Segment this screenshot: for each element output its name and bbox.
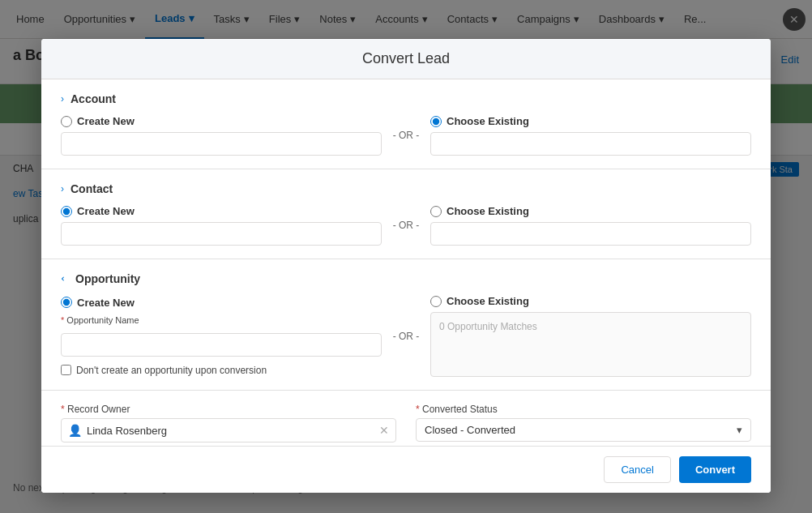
contact-or-label: - OR - (393, 220, 420, 231)
account-toggle-icon[interactable]: › (61, 93, 64, 105)
record-owner-input[interactable]: 👤 Linda Rosenberg ✕ (61, 418, 396, 442)
contact-create-new-input[interactable]: Ms. Aparna Bosu (61, 222, 382, 246)
contact-or-divider: - OR - (382, 220, 430, 231)
opportunity-toggle-icon[interactable]: ⌄ (59, 275, 71, 283)
opportunity-matches-box: 0 Opportunity Matches (430, 312, 751, 377)
record-owner-req-marker: * (61, 404, 67, 415)
account-create-new-label: Create New (77, 115, 135, 127)
contact-create-new-label: Create New (77, 205, 135, 217)
opportunity-section-header: ⌄ Opportunity (61, 272, 751, 285)
contact-choose-existing-input[interactable]: No active duplicate rule (430, 222, 751, 246)
contact-options-row: Create New Ms. Aparna Bosu - OR - Choose… (61, 205, 751, 246)
opportunity-matches-text: 0 Opportunity Matches (439, 321, 537, 332)
person-icon: 👤 (68, 424, 82, 437)
account-section-header: › Account (61, 92, 751, 105)
cancel-button[interactable]: Cancel (604, 456, 670, 483)
bottom-fields-section: * Record Owner 👤 Linda Rosenberg ✕ * Con… (41, 391, 771, 446)
account-left-col: Create New Get Cloudy West (61, 115, 382, 156)
contact-choose-existing-option[interactable]: Choose Existing (430, 205, 751, 217)
opportunity-create-new-option[interactable]: Create New (61, 297, 382, 309)
converted-status-req-marker: * (416, 404, 422, 415)
opportunity-left-col: Create New * Opportunity Name Get Cloudy… (61, 297, 382, 376)
converted-status-value: Closed - Converted (425, 424, 515, 436)
no-opportunity-label: Don't create an opportunity upon convers… (76, 365, 267, 376)
opportunity-options-row: Create New * Opportunity Name Get Cloudy… (61, 295, 751, 377)
contact-section-title: Contact (71, 182, 113, 195)
opportunity-choose-existing-radio[interactable] (430, 296, 442, 307)
no-opportunity-checkbox-row: Don't create an opportunity upon convers… (61, 365, 382, 376)
modal-body: › Account Create New Get Cloudy West - O… (41, 79, 771, 446)
contact-toggle-icon[interactable]: › (61, 183, 64, 195)
opportunity-create-new-radio[interactable] (61, 297, 72, 308)
opportunity-or-label: - OR - (393, 331, 420, 342)
converted-status-field: * Converted Status Closed - Converted ▾ (416, 404, 751, 442)
record-owner-value: Linda Rosenberg (87, 425, 374, 437)
account-create-new-radio[interactable] (61, 116, 72, 127)
account-choose-existing-radio[interactable] (430, 116, 442, 127)
record-owner-label: * Record Owner (61, 404, 396, 415)
contact-create-new-radio[interactable] (61, 206, 72, 217)
modal-footer: Cancel Convert (41, 446, 771, 493)
contact-choose-existing-label: Choose Existing (447, 205, 529, 217)
account-choose-existing-input[interactable]: Get Cloudy West (430, 132, 751, 156)
opportunity-create-new-label: Create New (77, 297, 135, 309)
account-or-divider: - OR - (382, 130, 430, 141)
account-create-new-input[interactable]: Get Cloudy West (61, 132, 382, 156)
modal-title: Convert Lead (362, 50, 450, 66)
convert-button[interactable]: Convert (679, 456, 751, 483)
record-owner-field: * Record Owner 👤 Linda Rosenberg ✕ (61, 404, 396, 442)
contact-left-col: Create New Ms. Aparna Bosu (61, 205, 382, 246)
account-right-col: Choose Existing Get Cloudy West (430, 115, 751, 156)
opportunity-name-input[interactable]: Get Cloudy West - 50 Custom Stratus Snea (61, 333, 382, 357)
contact-create-new-option[interactable]: Create New (61, 205, 382, 217)
opp-name-text: Opportunity Name (66, 315, 139, 325)
opportunity-section: ⌄ Opportunity Create New * Opportunity N… (41, 259, 771, 391)
modal-overlay: Convert Lead › Account Create New Get Cl… (0, 0, 812, 513)
account-choose-existing-label: Choose Existing (447, 115, 529, 127)
account-or-label: - OR - (393, 130, 420, 141)
converted-status-label-text: Converted Status (422, 404, 498, 415)
account-section-title: Account (71, 92, 116, 105)
opportunity-choose-existing-option[interactable]: Choose Existing (430, 295, 751, 307)
opportunity-choose-existing-label: Choose Existing (447, 295, 529, 307)
opportunity-or-divider: - OR - (382, 331, 430, 342)
converted-status-select[interactable]: Closed - Converted ▾ (416, 418, 751, 442)
opportunity-fields: * Opportunity Name Get Cloudy West - 50 … (61, 315, 382, 376)
no-opportunity-checkbox[interactable] (61, 365, 71, 375)
account-choose-existing-option[interactable]: Choose Existing (430, 115, 751, 127)
chevron-down-icon: ▾ (737, 424, 742, 436)
account-options-row: Create New Get Cloudy West - OR - Choose… (61, 115, 751, 156)
modal-header: Convert Lead (41, 39, 771, 79)
opportunity-right-col: Choose Existing 0 Opportunity Matches (430, 295, 751, 377)
opp-name-label: * Opportunity Name (61, 315, 382, 325)
contact-section-header: › Contact (61, 182, 751, 195)
converted-status-label: * Converted Status (416, 404, 751, 415)
convert-lead-modal: Convert Lead › Account Create New Get Cl… (41, 39, 771, 493)
clear-record-owner-icon[interactable]: ✕ (379, 424, 389, 437)
contact-section: › Contact Create New Ms. Aparna Bosu - O… (41, 169, 771, 259)
contact-choose-existing-radio[interactable] (430, 206, 442, 217)
account-section: › Account Create New Get Cloudy West - O… (41, 79, 771, 169)
contact-right-col: Choose Existing No active duplicate rule (430, 205, 751, 246)
opportunity-section-title: Opportunity (75, 272, 140, 285)
record-owner-label-text: Record Owner (67, 404, 130, 415)
account-create-new-option[interactable]: Create New (61, 115, 382, 127)
